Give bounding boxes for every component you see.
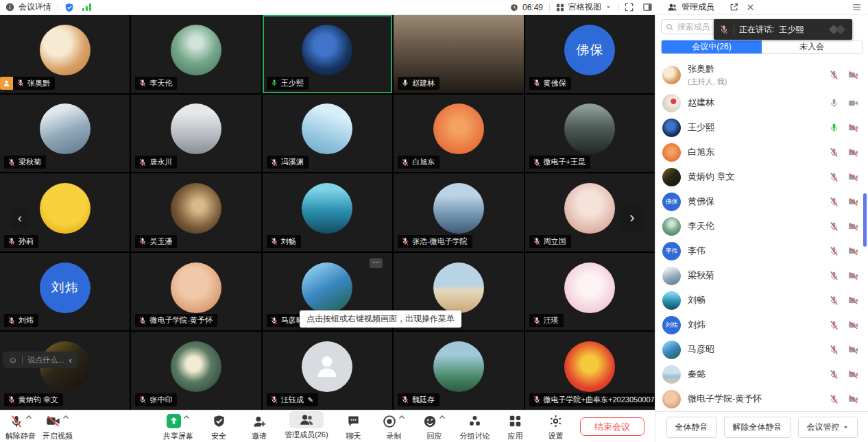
video-tile[interactable]: 梁秋菊	[0, 95, 130, 173]
chat-button[interactable]: 聊天	[339, 413, 369, 441]
video-tile[interactable]: 冯溪渊	[263, 95, 392, 173]
participant-row[interactable]: 刘畅	[655, 288, 868, 312]
record-button[interactable]: 录制	[379, 413, 409, 441]
mic-muted-icon[interactable]	[829, 172, 839, 182]
video-tile[interactable]: 唐永川	[131, 95, 261, 173]
scrollbar-thumb[interactable]	[863, 193, 867, 247]
mic-muted-icon[interactable]	[829, 369, 839, 380]
chevron-up-icon[interactable]	[183, 414, 190, 421]
chevron-up-icon[interactable]	[439, 414, 446, 421]
unmute-all-button[interactable]: 解除全体静音	[724, 417, 791, 438]
mic-muted-icon[interactable]	[829, 271, 839, 281]
camera-off-icon[interactable]	[848, 147, 858, 158]
camera-off-icon[interactable]	[848, 70, 858, 80]
quick-chat-bubble[interactable]: ☺ 说点什么... ‹	[3, 352, 77, 368]
network-signal-icon[interactable]	[82, 3, 91, 11]
popout-icon[interactable]	[730, 3, 738, 12]
close-icon[interactable]	[747, 3, 754, 11]
chat-placeholder[interactable]: 说点什么...	[27, 355, 64, 365]
participant-row[interactable]: 刘炜 刘炜	[655, 312, 868, 337]
participant-row[interactable]: 微电子学院-黄予怀	[655, 386, 868, 411]
breakout-rooms-button[interactable]: 分组讨论	[460, 413, 490, 441]
video-tile-camera-on[interactable]: 赵建林	[394, 15, 523, 93]
chevron-up-icon[interactable]	[62, 414, 69, 421]
camera-off-icon[interactable]	[848, 271, 858, 281]
emoji-icon[interactable]: ☺	[8, 356, 17, 365]
collapse-icon[interactable]: ‹	[69, 355, 71, 365]
fullscreen-icon[interactable]	[625, 3, 634, 12]
video-tile[interactable]: 李天伦	[131, 15, 261, 93]
camera-off-icon[interactable]	[848, 246, 858, 256]
participant-row[interactable]: 梁秋菊	[655, 263, 868, 288]
tab-not-joined[interactable]: 未入会	[762, 40, 862, 53]
apps-button[interactable]: 应用	[501, 413, 531, 441]
camera-on-icon[interactable]	[848, 98, 858, 108]
camera-off-icon[interactable]	[848, 221, 858, 232]
participant-row[interactable]: 李天伦	[655, 214, 868, 238]
participant-row[interactable]: 李伟 李伟	[655, 238, 868, 263]
participant-row[interactable]: 王少熙	[655, 115, 868, 140]
camera-off-icon[interactable]	[848, 197, 858, 207]
security-button[interactable]: 安全	[204, 413, 234, 441]
camera-off-icon[interactable]	[848, 369, 858, 380]
mic-muted-icon[interactable]	[829, 246, 839, 256]
video-tile[interactable]: 魏廷存	[394, 332, 523, 410]
video-tile[interactable]: 刘畅	[263, 173, 392, 251]
menu-icon[interactable]	[852, 3, 861, 11]
participant-row[interactable]: 白旭东	[655, 140, 868, 164]
video-tile[interactable]: 吴玉潘	[131, 173, 261, 251]
view-mode-switcher[interactable]: 宫格视图	[556, 1, 612, 13]
settings-button[interactable]: 设置	[541, 413, 571, 441]
unmute-button[interactable]: 解除静音	[5, 413, 36, 441]
video-tile[interactable]: 微电子+王昆	[525, 95, 655, 173]
video-tile[interactable]: 微电子学院-黄予怀	[131, 253, 261, 331]
camera-off-icon[interactable]	[848, 345, 858, 355]
participant-row[interactable]: 佛保 黄佛保	[655, 189, 868, 214]
video-tile[interactable]: 汪瑛	[525, 253, 655, 331]
mute-all-button[interactable]: 全体静音	[666, 417, 717, 438]
camera-off-icon[interactable]	[848, 320, 858, 330]
edit-name-icon[interactable]: ✎	[308, 396, 313, 404]
meeting-details[interactable]: 会议详情	[5, 1, 51, 13]
share-screen-button[interactable]: 共享屏幕	[163, 413, 193, 441]
mic-muted-icon[interactable]	[829, 394, 839, 404]
chevron-up-icon[interactable]	[25, 414, 32, 421]
camera-off-icon[interactable]	[848, 123, 858, 133]
mic-muted-icon[interactable]	[829, 70, 839, 80]
security-shield-icon[interactable]	[64, 3, 74, 12]
meeting-controls-button[interactable]: 会议管控	[798, 417, 858, 438]
reactions-button[interactable]: 回应	[420, 413, 450, 441]
side-layout-icon[interactable]	[643, 3, 652, 12]
participant-row[interactable]: 秦懿	[655, 362, 868, 386]
end-meeting-button[interactable]: 结束会议	[580, 417, 644, 436]
video-tile-speaking[interactable]: 王少熙	[263, 15, 392, 93]
camera-off-icon[interactable]	[848, 295, 858, 306]
participant-row[interactable]: 赵建林	[655, 90, 868, 115]
video-tile[interactable]: 黄炳钧 章文	[0, 332, 130, 410]
video-tile[interactable]: 刘炜 刘炜	[0, 253, 130, 331]
prev-page-button[interactable]: ‹	[11, 207, 29, 229]
video-tile[interactable]: 佛保 黄佛保	[525, 15, 655, 93]
mic-speaking-icon[interactable]	[829, 123, 839, 133]
invite-button[interactable]: 邀请	[244, 413, 274, 441]
participant-row[interactable]: 马彦昭	[655, 337, 868, 362]
video-tile[interactable]: 汪钰成✎	[263, 332, 392, 410]
video-tile[interactable]: 白旭东	[394, 95, 523, 173]
video-tile[interactable]: 张中印	[131, 332, 261, 410]
camera-off-icon[interactable]	[848, 172, 858, 182]
next-page-button[interactable]: ›	[621, 204, 643, 232]
video-tile[interactable]: 张奥黔	[0, 15, 130, 93]
video-tile[interactable]: 微电子学院+曲奉东+2023050007	[525, 332, 655, 410]
more-options-button[interactable]: ⋯	[370, 258, 383, 268]
mic-on-icon[interactable]	[829, 98, 839, 108]
participant-row[interactable]: 黄炳钧 章文	[655, 164, 868, 189]
start-video-button[interactable]: 开启视频	[43, 413, 73, 441]
chevron-up-icon[interactable]	[398, 414, 405, 421]
camera-off-icon[interactable]	[848, 394, 858, 404]
tab-in-meeting[interactable]: 会议中(26)	[662, 40, 762, 53]
mic-muted-icon[interactable]	[829, 147, 839, 158]
mic-muted-icon[interactable]	[829, 320, 839, 330]
mic-muted-icon[interactable]	[829, 197, 839, 207]
manage-members-button[interactable]: 管理成员(26)	[285, 413, 328, 440]
mic-muted-icon[interactable]	[829, 221, 839, 232]
